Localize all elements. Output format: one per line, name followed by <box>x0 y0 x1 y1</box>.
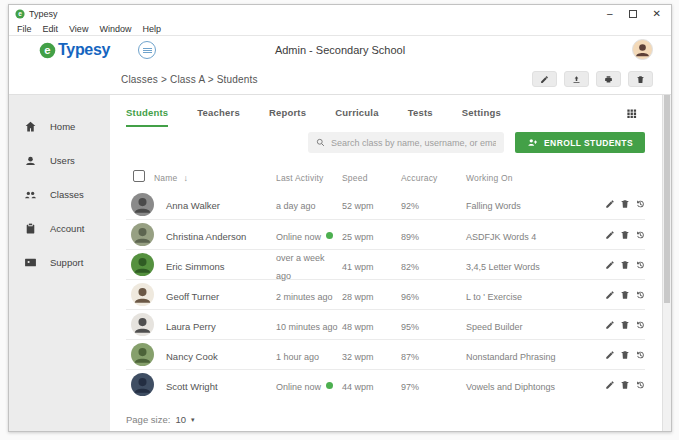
tab-reports[interactable]: Reports <box>269 107 306 125</box>
sidebar-item-users[interactable]: Users <box>9 143 110 177</box>
page-size-value[interactable]: 10 <box>175 414 186 425</box>
page-size-label: Page size: <box>126 414 170 425</box>
history-button[interactable] <box>635 260 645 270</box>
table-row[interactable]: Scott Wright Online now 44 wpm 97% Vowel… <box>126 369 645 399</box>
app-window: Typesy – ✕ File Edit View Window Help Ty… <box>8 4 672 432</box>
sidebar-item-support[interactable]: Support <box>9 245 110 279</box>
delete-student-button[interactable] <box>620 350 630 360</box>
online-dot <box>326 382 333 389</box>
table-row[interactable]: Geoff Turner 2 minutes ago 28 wpm 96% L … <box>126 279 645 309</box>
scrollbar[interactable] <box>662 95 671 431</box>
edit-student-button[interactable] <box>605 199 615 209</box>
student-avatar <box>131 313 154 336</box>
grid-view-button[interactable] <box>626 105 637 123</box>
tab-tests[interactable]: Tests <box>408 107 433 125</box>
working-on-value: Falling Words <box>466 201 521 211</box>
table-row[interactable]: Eric Simmons over a week ago 41 wpm 82% … <box>126 249 645 279</box>
history-icon <box>635 290 645 300</box>
delete-student-button[interactable] <box>620 230 630 240</box>
pencil-icon <box>605 380 615 390</box>
search-box[interactable] <box>308 132 504 153</box>
tab-curricula[interactable]: Curricula <box>335 107 379 125</box>
sidebar-item-account[interactable]: Account <box>9 211 110 245</box>
student-avatar <box>131 223 154 246</box>
search-input[interactable] <box>331 138 496 148</box>
col-working-on[interactable]: Working On <box>466 173 513 183</box>
user-avatar[interactable] <box>632 39 653 60</box>
sidebar: Home Users Classes Account Support <box>9 95 110 431</box>
col-speed[interactable]: Speed <box>342 173 368 183</box>
history-icon <box>635 230 645 240</box>
close-button[interactable]: ✕ <box>653 9 661 19</box>
sidebar-item-home[interactable]: Home <box>9 109 110 143</box>
history-button[interactable] <box>635 320 645 330</box>
upload-button[interactable] <box>564 71 589 87</box>
edit-student-button[interactable] <box>605 260 615 270</box>
history-button[interactable] <box>635 380 645 390</box>
accuracy-value: 89% <box>401 232 419 242</box>
menu-edit[interactable]: Edit <box>43 24 59 34</box>
app-logo-icon <box>15 9 25 19</box>
table-footer: Page size: 10 ▾ <box>126 414 645 425</box>
chevron-down-icon[interactable]: ▾ <box>191 416 195 424</box>
speed-value: 52 wpm <box>342 201 374 211</box>
history-button[interactable] <box>635 230 645 240</box>
working-on-value: Vowels and Diphtongs <box>466 382 555 392</box>
edit-student-button[interactable] <box>605 230 615 240</box>
pencil-icon <box>540 75 549 84</box>
last-activity: a day ago <box>276 201 316 211</box>
delete-student-button[interactable] <box>620 290 630 300</box>
enroll-students-button[interactable]: ENROLL STUDENTS <box>515 132 645 153</box>
tab-students[interactable]: Students <box>126 107 168 127</box>
main-content: Students Teachers Reports Curricula Test… <box>110 95 671 431</box>
edit-class-button[interactable] <box>532 71 557 87</box>
sidebar-item-classes[interactable]: Classes <box>9 177 110 211</box>
menu-view[interactable]: View <box>69 24 88 34</box>
scrollbar-thumb[interactable] <box>664 95 670 303</box>
table-row[interactable]: Christina Anderson Online now 25 wpm 89%… <box>126 219 645 249</box>
tab-settings[interactable]: Settings <box>462 107 501 125</box>
student-avatar <box>131 253 154 276</box>
menu-window[interactable]: Window <box>99 24 131 34</box>
history-icon <box>635 260 645 270</box>
typesy-logo-text: Typesy <box>58 41 110 59</box>
menu-file[interactable]: File <box>17 24 32 34</box>
person-add-icon <box>527 138 538 147</box>
trash-icon <box>620 290 630 300</box>
tab-teachers[interactable]: Teachers <box>197 107 240 125</box>
speed-value: 41 wpm <box>342 262 374 272</box>
pencil-icon <box>605 199 615 209</box>
history-button[interactable] <box>635 290 645 300</box>
breadcrumb[interactable]: Classes > Class A > Students <box>121 74 258 85</box>
edit-student-button[interactable] <box>605 380 615 390</box>
delete-class-button[interactable] <box>628 71 653 87</box>
table-row[interactable]: Anna Walker a day ago 52 wpm 92% Falling… <box>126 189 645 219</box>
history-button[interactable] <box>635 199 645 209</box>
menu-help[interactable]: Help <box>142 24 161 34</box>
delete-student-button[interactable] <box>620 260 630 270</box>
table-row[interactable]: Nancy Cook 1 hour ago 32 wpm 87% Nonstan… <box>126 339 645 369</box>
minimize-button[interactable]: – <box>607 9 613 19</box>
select-all-checkbox[interactable] <box>133 170 145 182</box>
delete-student-button[interactable] <box>620 380 630 390</box>
trash-icon <box>620 350 630 360</box>
edit-student-button[interactable] <box>605 290 615 300</box>
student-name: Nancy Cook <box>166 351 218 362</box>
student-avatar <box>131 373 154 396</box>
col-last-activity[interactable]: Last Activity <box>276 173 323 183</box>
edit-student-button[interactable] <box>605 350 615 360</box>
table-row[interactable]: Laura Perry 10 minutes ago 48 wpm 95% Sp… <box>126 309 645 339</box>
print-button[interactable] <box>596 71 621 87</box>
history-button[interactable] <box>635 350 645 360</box>
sort-desc-icon[interactable]: ↓ <box>183 173 188 183</box>
contact-card-icon <box>24 256 37 269</box>
col-name[interactable]: Name <box>154 173 177 183</box>
edit-student-button[interactable] <box>605 320 615 330</box>
delete-student-button[interactable] <box>620 320 630 330</box>
col-accuracy[interactable]: Accuracy <box>401 173 438 183</box>
user-icon <box>24 154 37 167</box>
delete-student-button[interactable] <box>620 199 630 209</box>
accuracy-value: 95% <box>401 322 419 332</box>
maximize-button[interactable] <box>629 10 637 18</box>
working-on-value: 3,4,5 Letter Words <box>466 262 540 272</box>
